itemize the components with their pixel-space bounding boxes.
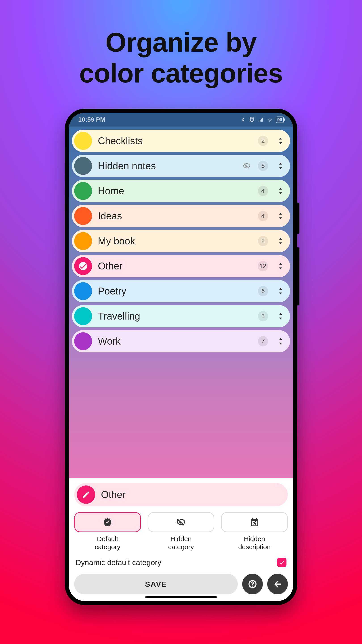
home-indicator[interactable] [145,596,217,598]
bluetooth-icon [240,117,246,122]
category-row[interactable]: Home4 [72,180,290,202]
alarm-icon [249,117,255,122]
category-row[interactable]: Other12 [72,255,290,277]
category-name-value: Other [101,489,126,500]
category-label: Work [98,336,252,347]
category-label: Hidden notes [98,160,237,172]
category-label: Home [98,185,252,196]
dynamic-default-checkbox[interactable] [277,558,287,567]
category-count: 6 [258,286,268,296]
category-color-dot [74,307,92,325]
option-hidden-category[interactable] [148,512,215,532]
eye-off-icon [176,517,186,527]
reorder-handle[interactable] [276,338,285,344]
category-row[interactable]: Travelling3 [72,305,290,327]
phone-frame: 10:59 PM 96 Checklists2Hidden notes6Home… [65,109,297,605]
help-button[interactable] [242,574,263,594]
category-label: Other [98,260,252,272]
category-count: 2 [258,236,268,246]
option-default-category[interactable] [74,512,141,532]
category-color-dot [74,207,92,225]
category-color-dot [74,157,92,175]
reorder-handle[interactable] [276,213,285,219]
category-row[interactable]: My book2 [72,230,290,252]
status-time: 10:59 PM [78,116,105,123]
save-button[interactable]: SAVE [74,574,238,594]
reorder-handle[interactable] [276,313,285,320]
reorder-handle[interactable] [276,238,285,244]
reorder-handle[interactable] [276,188,285,194]
category-label: My book [98,236,252,247]
category-label: Checklists [98,135,252,146]
reorder-handle[interactable] [276,288,285,294]
reorder-handle[interactable] [276,263,285,270]
category-row[interactable]: Hidden notes6 [72,155,290,177]
options-row: DefaultcategoryHiddencategoryHiddendescr… [74,512,288,551]
category-color-dot [74,257,92,275]
status-bar: 10:59 PM 96 [69,113,293,126]
category-count: 12 [258,261,268,271]
svg-point-0 [79,262,87,270]
category-count: 4 [258,186,268,196]
date-off-icon [250,517,259,527]
option-label: Hiddendescription [238,535,271,551]
svg-point-2 [252,586,253,586]
category-count: 4 [258,211,268,221]
verified-icon [103,517,112,527]
back-button[interactable] [267,574,288,594]
battery-indicator: 96 [276,116,284,123]
reorder-handle[interactable] [276,162,285,169]
category-row[interactable]: Ideas4 [72,205,290,227]
category-color-dot [74,232,92,250]
headline: Organize bycolor categories [79,27,283,88]
dynamic-default-label: Dynamic default category [75,558,161,567]
category-row[interactable]: Poetry6 [72,280,290,302]
hidden-icon [243,162,251,170]
category-count: 6 [258,161,268,171]
category-label: Travelling [98,310,252,322]
category-color-dot [74,182,92,200]
bottom-panel: Other DefaultcategoryHiddencategoryHidde… [69,478,293,601]
wifi-icon [267,117,273,122]
category-count: 2 [258,136,268,146]
category-count: 7 [258,336,268,346]
option-label: Defaultcategory [95,535,120,551]
signal-icon [258,117,264,122]
category-row[interactable]: Work7 [72,330,290,352]
category-count: 3 [258,311,268,321]
category-list: Checklists2Hidden notes6Home4Ideas4My bo… [72,130,290,352]
category-name-input[interactable]: Other [74,483,288,506]
category-row[interactable]: Checklists2 [72,130,290,152]
category-color-dot [74,132,92,150]
option-hidden-description[interactable] [221,512,288,532]
category-color-dot [74,282,92,300]
reorder-handle[interactable] [276,138,285,144]
category-color-dot [74,332,92,350]
edit-icon [77,486,95,504]
category-label: Poetry [98,286,252,297]
option-label: Hiddencategory [168,535,194,551]
category-label: Ideas [98,210,252,222]
